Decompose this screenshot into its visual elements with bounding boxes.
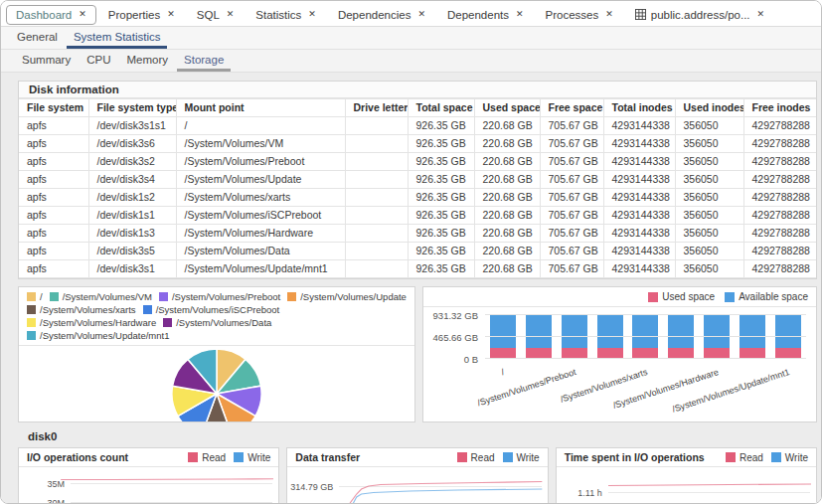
chart-plot-area: 35M30M	[19, 467, 278, 503]
column-header-used-space[interactable]: Used space	[474, 99, 540, 117]
bar-used-segment	[562, 348, 587, 358]
table-cell: 356050	[675, 243, 743, 260]
table-cell: /System/Volumes/xarts	[176, 189, 345, 207]
table-cell: /dev/disk3s1s1	[88, 117, 176, 135]
table-cell	[345, 171, 408, 189]
legend-color-chip	[503, 452, 513, 462]
legend-color-chip	[188, 452, 198, 462]
table-cell: 4293144338	[603, 117, 675, 135]
disk-information-panel: Disk information File systemFile system …	[18, 81, 817, 279]
bar-available-segment	[775, 314, 801, 347]
bar-gridline: 465.66 GB	[485, 336, 806, 337]
column-header-free-inodes[interactable]: Free inodes	[743, 99, 816, 117]
table-cell: 356050	[675, 189, 743, 207]
column-header-used-inodes[interactable]: Used inodes	[675, 99, 743, 117]
table-cell: /dev/disk3s2	[88, 153, 176, 171]
table-cell	[345, 207, 408, 225]
chart-legend: ReadWrite	[726, 452, 808, 463]
close-icon[interactable]: ✕	[308, 10, 316, 19]
tab-properties[interactable]: Properties✕	[98, 5, 185, 25]
close-icon[interactable]: ✕	[757, 10, 765, 19]
table-cell: /System/Volumes/Update	[176, 171, 345, 189]
close-icon[interactable]: ✕	[227, 10, 235, 19]
close-icon[interactable]: ✕	[516, 10, 524, 19]
table-cell: apfs	[19, 207, 88, 225]
tab-sql[interactable]: SQL✕	[187, 5, 245, 25]
tab-label: Dependencies	[338, 9, 411, 21]
table-cell: 4293144338	[603, 189, 675, 207]
tab-dashboard[interactable]: Dashboard✕	[6, 5, 96, 25]
table-row: apfs/dev/disk3s5/System/Volumes/Data926.…	[19, 243, 816, 260]
table-cell: 926.35 GB	[408, 135, 474, 153]
legend-label: /System/Volumes/xarts	[40, 303, 136, 316]
nav-item-cpu[interactable]: CPU	[80, 50, 117, 72]
tab-statistics[interactable]: Statistics✕	[246, 5, 326, 25]
table-row: apfs/dev/disk3s1s1/926.35 GB220.68 GB705…	[19, 117, 816, 135]
nav-item-storage[interactable]: Storage	[177, 50, 231, 72]
table-cell: /System/Volumes/Hardware	[176, 225, 345, 243]
table-cell: /dev/disk1s1	[88, 207, 176, 225]
table-cell: 220.68 GB	[474, 117, 540, 135]
table-icon	[635, 9, 646, 20]
column-header-free-space[interactable]: Free space	[540, 99, 603, 117]
chart-title: Time spent in I/O operations	[565, 451, 705, 463]
table-cell: apfs	[19, 171, 88, 189]
table-cell: 926.35 GB	[408, 207, 474, 225]
legend-label: /System/Volumes/Update/mnt1	[40, 329, 169, 342]
table-cell: 926.35 GB	[408, 225, 474, 243]
pie-legend-item-system-volumes-hardware: /System/Volumes/Hardware	[27, 316, 156, 329]
table-row: apfs/dev/disk1s2/System/Volumes/xarts926…	[19, 189, 816, 207]
legend-color-chip	[50, 292, 59, 301]
tab-dependencies[interactable]: Dependencies✕	[328, 5, 435, 25]
nav-item-system-statistics[interactable]: System Statistics	[67, 27, 168, 49]
pie-legend-item-: /	[27, 290, 43, 303]
legend-label: /System/Volumes/Update	[300, 290, 407, 303]
bar-available-segment	[668, 314, 694, 347]
table-cell: 705.67 GB	[540, 189, 603, 207]
column-header-total-space[interactable]: Total space	[408, 99, 474, 117]
chart-legend: ReadWrite	[457, 452, 540, 463]
statistics-nav: SummaryCPUMemoryStorage	[1, 50, 821, 73]
tab-dependents[interactable]: Dependents✕	[437, 5, 534, 25]
table-body: apfs/dev/disk3s1s1/926.35 GB220.68 GB705…	[19, 117, 816, 278]
table-cell	[345, 153, 408, 171]
column-header-drive-letter[interactable]: Drive letter	[345, 99, 408, 117]
column-header-total-inodes[interactable]: Total inodes	[603, 99, 675, 117]
column-header-mount-point[interactable]: Mount point	[176, 99, 345, 117]
chart-legend: ReadWrite	[188, 452, 270, 463]
legend-color-chip	[725, 292, 735, 302]
bar-gridline: 931.32 GB	[485, 314, 806, 315]
close-icon[interactable]: ✕	[167, 10, 175, 19]
pie-legend-item-system-volumes-vm: /System/Volumes/VM	[50, 290, 152, 303]
close-icon[interactable]: ✕	[79, 10, 86, 19]
nav-item-memory[interactable]: Memory	[119, 50, 175, 72]
chart-plot-area: 314.79 GB	[287, 467, 547, 503]
table-cell: 705.67 GB	[540, 260, 603, 278]
table-cell: 705.67 GB	[540, 243, 603, 260]
table-cell: 4292788288	[743, 243, 816, 260]
bar-used-segment	[632, 348, 658, 358]
table-cell: apfs	[19, 135, 88, 153]
column-header-file-system[interactable]: File system	[19, 99, 88, 117]
column-header-file-system-type[interactable]: File system type	[88, 99, 176, 117]
tab-public-address-po[interactable]: public.address/po...✕	[625, 5, 774, 25]
legend-color-chip	[27, 331, 36, 340]
pie-legend-item-system-volumes-iscpreboot: /System/Volumes/iSCPreboot	[143, 303, 280, 316]
table-cell: 356050	[675, 207, 743, 225]
bar-chart: 931.32 GB465.66 GB0 B //System/Volumes/P…	[423, 307, 816, 421]
table-cell: /dev/disk1s2	[88, 189, 176, 207]
bar-legend: Used spaceAvailable space	[423, 287, 816, 307]
table-cell: 4292788288	[743, 117, 816, 135]
tab-processes[interactable]: Processes✕	[536, 5, 623, 25]
bar-available-segment	[597, 314, 623, 347]
close-icon[interactable]: ✕	[417, 10, 425, 19]
bar-legend-item-available-space: Available space	[725, 290, 808, 303]
legend-color-chip	[648, 292, 658, 302]
tab-label: Processes	[546, 9, 599, 21]
table-cell	[345, 225, 408, 243]
nav-item-summary[interactable]: Summary	[15, 50, 78, 72]
close-icon[interactable]: ✕	[605, 10, 613, 19]
table-cell: 705.67 GB	[540, 225, 603, 243]
nav-item-general[interactable]: General	[10, 27, 65, 49]
table-cell: 705.67 GB	[540, 207, 603, 225]
